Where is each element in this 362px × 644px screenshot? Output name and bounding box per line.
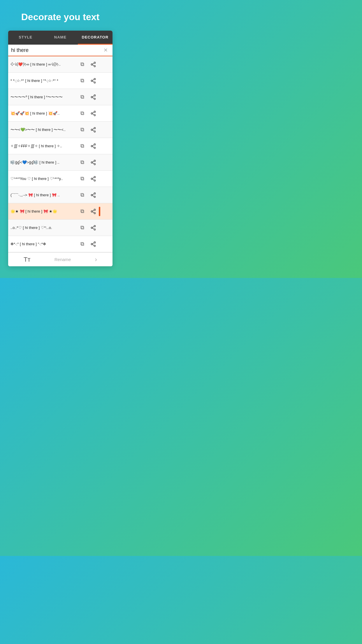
svg-line-54 [92,226,94,227]
tab-decorator[interactable]: DECORATOR [78,31,113,45]
svg-line-33 [92,163,94,164]
result-row-12: ✻*·:° [ hi there ] °·:*✻ ⧉ [8,236,113,252]
text-format-icon[interactable]: Tт [24,256,31,263]
copy-button-7[interactable]: ⧉ [78,158,87,167]
copy-button-11[interactable]: ⧉ [78,223,87,232]
row-actions-9: ⧉ [78,190,98,200]
result-row-8: ♡ᴸᵒᵛᵉYou ♡ [ hi there ] ♡ᴸᵒᵛᵉy.. ⧉ [8,171,113,187]
share-button-5[interactable] [89,125,98,134]
copy-button-5[interactable]: ⧉ [78,125,87,134]
svg-line-24 [92,128,94,129]
share-button-6[interactable] [89,141,98,151]
row-actions-12: ⧉ [78,239,98,249]
tabs-bar: STYLE NAME DECORATOR [8,31,113,45]
svg-line-8 [92,81,94,82]
svg-line-48 [92,212,94,213]
svg-line-14 [92,96,94,97]
svg-line-44 [92,194,94,195]
share-button-9[interactable] [89,190,98,200]
svg-line-43 [92,195,94,196]
svg-line-3 [92,65,94,66]
copy-button-3[interactable]: ⧉ [78,92,87,102]
svg-line-49 [92,210,94,211]
rename-label[interactable]: Rename [55,257,71,262]
copy-button-6[interactable]: ⧉ [78,141,87,151]
result-text-11: ..o.:*♡ [ hi there ] ♡*:..o. [10,225,78,230]
svg-line-39 [92,177,94,178]
result-row-9: (¯`¯`·.,,·-> 🎀 [ hi there ] 🎀 .. ⧉ [8,187,113,203]
row-actions-6: ⧉ [78,141,98,151]
copy-button-4[interactable]: ⧉ [78,109,87,118]
result-text-9: (¯`¯`·.,,·-> 🎀 [ hi there ] 🎀 .. [10,193,78,197]
result-row-7: 🎼ĝɠ<💙>ĝɠ🎼 [ hi there ] .. ⧉ [8,154,113,171]
search-row: ✕ [8,45,113,56]
svg-line-29 [92,145,94,146]
row-actions-11: ⧉ [78,223,98,232]
svg-line-13 [92,97,94,98]
svg-line-4 [92,63,94,64]
app-card: STYLE NAME DECORATOR ✕ ✧꧁❤️꧂∞ [ hi there… [8,31,113,266]
result-text-1: ✧꧁❤️꧂∞ [ hi there ] ∞꧁꧂.. [10,62,78,66]
svg-line-38 [92,179,94,180]
result-row-2: * *·;☆·*° [ hi there ] °*·;☆·*° * ⧉ [8,73,113,89]
page-title: Decorate you text [21,12,100,22]
result-row-11: ..o.:*♡ [ hi there ] ♡*:..o. ⧉ [8,220,113,236]
result-row-4: 💥🚀🚀💥 [ hi there ] 💥🚀.. ⧉ [8,105,113,122]
result-row-3: 〜〜〜〜⁹ [ hi there ] ᵉ〜〜〜〜 ⧉ [8,89,113,105]
result-row-6: ✧∭✧₣₣₣✧∭✧ [ hi there ] ✧.. ⧉ [8,138,113,154]
result-text-4: 💥🚀🚀💥 [ hi there ] 💥🚀.. [10,111,78,116]
result-row-10: 🌟★ 🎀 [ hi there ] 🎀 ★🌟 ⧉ [8,203,113,220]
svg-line-58 [92,244,94,245]
row-actions-8: ⧉ [78,174,98,183]
copy-button-9[interactable]: ⧉ [78,190,87,200]
copy-button-2[interactable]: ⧉ [78,76,87,85]
copy-button-1[interactable]: ⧉ [78,60,87,69]
share-button-2[interactable] [89,76,98,85]
result-text-12: ✻*·:° [ hi there ] °·:*✻ [10,242,78,246]
row-actions-4: ⧉ [78,109,98,118]
next-icon[interactable]: › [95,256,97,263]
share-button-7[interactable] [89,158,98,167]
row-actions-7: ⧉ [78,158,98,167]
row-actions-3: ⧉ [78,92,98,102]
svg-line-18 [92,114,94,115]
result-text-5: 〜〜<💚>〜〜 [ hi there ] 〜〜<.. [10,127,78,132]
svg-line-28 [92,146,94,147]
result-text-2: * *·;☆·*° [ hi there ] °*·;☆·*° * [10,78,78,83]
row-actions-2: ⧉ [78,76,98,85]
row-actions-5: ⧉ [78,125,98,134]
copy-button-10[interactable]: ⧉ [78,207,87,216]
search-input[interactable] [11,47,102,53]
result-text-7: 🎼ĝɠ<💙>ĝɠ🎼 [ hi there ] .. [10,160,78,164]
share-button-12[interactable] [89,239,98,249]
result-text-10: 🌟★ 🎀 [ hi there ] 🎀 ★🌟 [10,209,78,214]
result-text-6: ✧∭✧₣₣₣✧∭✧ [ hi there ] ✧.. [10,144,78,148]
svg-line-19 [92,112,94,113]
result-row-1: ✧꧁❤️꧂∞ [ hi there ] ∞꧁꧂.. ⧉ [8,56,113,73]
svg-line-59 [92,243,94,244]
share-button-11[interactable] [89,223,98,232]
result-text-8: ♡ᴸᵒᵛᵉYou ♡ [ hi there ] ♡ᴸᵒᵛᵉy.. [10,176,78,181]
share-button-8[interactable] [89,174,98,183]
bottom-bar: Tт Rename › [8,252,113,266]
svg-line-9 [92,79,94,80]
svg-line-53 [92,228,94,229]
share-button-4[interactable] [89,109,98,118]
row-actions-1: ⧉ [78,60,98,69]
svg-line-23 [92,130,94,131]
row-actions-10: ⧉ [78,207,98,216]
tab-style[interactable]: STYLE [8,31,43,45]
tab-name[interactable]: NAME [43,31,78,45]
svg-line-34 [92,161,94,162]
result-row-5: 〜〜<💚>〜〜 [ hi there ] 〜〜<.. ⧉ [8,122,113,138]
copy-button-12[interactable]: ⧉ [78,239,87,249]
share-button-10[interactable] [89,207,98,216]
results-list: ✧꧁❤️꧂∞ [ hi there ] ∞꧁꧂.. ⧉ * *·;☆·*° [ … [8,56,113,252]
result-text-3: 〜〜〜〜⁹ [ hi there ] ᵉ〜〜〜〜 [10,94,78,100]
copy-button-8[interactable]: ⧉ [78,174,87,183]
share-button-3[interactable] [89,92,98,102]
clear-button[interactable]: ✕ [102,46,110,54]
share-button-1[interactable] [89,60,98,69]
